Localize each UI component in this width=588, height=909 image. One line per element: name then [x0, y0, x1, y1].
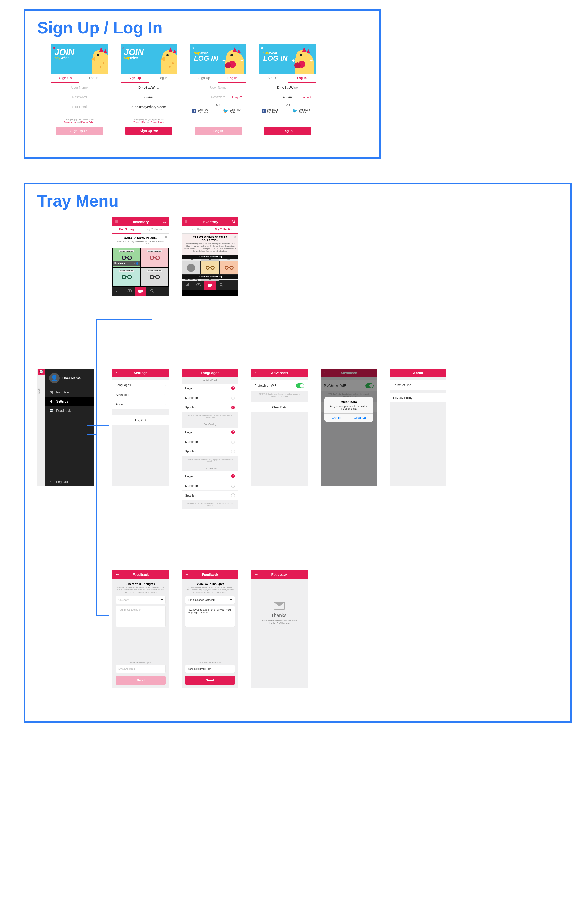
record-icon[interactable]: 💬: [38, 369, 45, 375]
row-advanced[interactable]: Advanced›: [112, 390, 169, 400]
clear-data-button[interactable]: Clear Data: [251, 402, 308, 412]
alert-cancel-button[interactable]: Cancel: [324, 414, 349, 422]
tab-for-gifting[interactable]: For Gifting: [182, 226, 210, 234]
tray-item-feedback[interactable]: 💬Feedback: [45, 406, 94, 415]
back-icon[interactable]: ←: [254, 572, 258, 577]
forgot-link[interactable]: Forgot?: [190, 96, 247, 99]
category-select[interactable]: Category: [116, 596, 166, 604]
login-twitter[interactable]: 🐦Log In with Twitter: [292, 108, 313, 114]
lang-spanish[interactable]: Spanish: [182, 491, 238, 500]
search-icon[interactable]: [162, 220, 166, 224]
nav-menu[interactable]: ☰: [227, 283, 238, 287]
back-icon[interactable]: ←: [254, 370, 258, 375]
signup-button[interactable]: Sign Up Yo!: [56, 126, 103, 135]
login-button[interactable]: Log In: [264, 126, 311, 135]
collection-slot-empty[interactable]: [182, 261, 200, 274]
tab-login[interactable]: Log In: [79, 74, 108, 82]
tab-signup[interactable]: Sign Up: [121, 74, 149, 83]
tab-signup[interactable]: Sign Up: [259, 74, 288, 82]
tab-login[interactable]: Log In: [288, 74, 316, 83]
username-field[interactable]: DinoSayWhat: [264, 83, 311, 92]
send-button[interactable]: Send: [185, 676, 235, 684]
row-prefetch[interactable]: Prefetch on WiFi: [251, 380, 308, 391]
lang-mandarin[interactable]: Mandarin: [182, 393, 238, 403]
tab-login[interactable]: Log In: [149, 74, 177, 82]
back-icon[interactable]: ←: [185, 572, 189, 577]
nav-leaderboard[interactable]: [182, 283, 193, 288]
pp-link[interactable]: Privacy Policy.: [151, 121, 165, 123]
row-terms-of-use[interactable]: Terms of Use: [390, 380, 446, 390]
tab-signup[interactable]: Sign Up: [190, 74, 218, 82]
forgot-link[interactable]: Forgot?: [259, 96, 316, 99]
lang-mandarin[interactable]: Mandarin: [182, 437, 238, 446]
close-icon[interactable]: ×: [165, 235, 167, 239]
nav-record[interactable]: [204, 281, 216, 290]
login-twitter[interactable]: 🐦Log In with Twitter: [223, 108, 244, 114]
row-about[interactable]: About›: [112, 400, 169, 409]
item-tile[interactable]: [Item Name Here]Nominate+👤: [113, 248, 141, 267]
back-icon[interactable]: ←: [393, 370, 397, 375]
nominate-button[interactable]: Nominate+👤: [113, 261, 141, 266]
login-facebook[interactable]: fLog In with Facebook: [192, 108, 216, 114]
close-icon[interactable]: ×: [261, 46, 263, 50]
lang-english[interactable]: English: [182, 427, 238, 437]
lang-english[interactable]: English: [182, 383, 238, 393]
collection-slot[interactable]: [201, 261, 220, 274]
tab-my-collection[interactable]: My Collection: [210, 226, 238, 234]
tab-for-gifting[interactable]: For Gifting: [112, 226, 141, 234]
close-icon[interactable]: ×: [234, 235, 236, 239]
tray-item-settings[interactable]: ⚙Settings: [45, 397, 94, 406]
toggle-on-icon[interactable]: [296, 383, 304, 388]
password-field[interactable]: Password: [56, 92, 103, 102]
username-field[interactable]: User Name: [195, 83, 242, 92]
menu-icon[interactable]: ☰: [115, 220, 120, 223]
lang-english[interactable]: English: [182, 471, 238, 481]
menu-icon[interactable]: ☰: [185, 220, 189, 223]
category-select[interactable]: [FPO] Chosen Category: [185, 596, 235, 604]
back-icon[interactable]: ←: [185, 370, 189, 375]
tab-signup[interactable]: Sign Up: [51, 74, 79, 83]
tray-item-logout[interactable]: ↪Log Out: [45, 477, 94, 486]
alert-confirm-button[interactable]: Clear Data: [349, 414, 373, 422]
nav-view[interactable]: [193, 283, 204, 287]
lang-spanish[interactable]: Spanish: [182, 403, 238, 412]
tos-link[interactable]: Terms of Use: [64, 121, 77, 123]
tab-my-collection[interactable]: My Collection: [141, 226, 169, 234]
row-languages[interactable]: Languages›: [112, 380, 169, 390]
lang-spanish[interactable]: Spanish: [182, 447, 238, 456]
collection-slot[interactable]: [220, 261, 238, 274]
nav-view[interactable]: [124, 289, 135, 293]
back-icon[interactable]: ←: [115, 572, 120, 577]
nav-menu[interactable]: ☰: [158, 290, 169, 293]
search-icon[interactable]: [232, 220, 236, 224]
pp-link[interactable]: Privacy Policy.: [81, 121, 95, 123]
tray-item-inventory[interactable]: ▣Inventory: [45, 388, 94, 397]
message-textarea[interactable]: Your message here|: [116, 606, 166, 627]
modal-overlay[interactable]: [321, 369, 377, 486]
item-tile[interactable]: [Item Name Here]: [113, 268, 141, 286]
email-input[interactable]: francois@gmail.com: [185, 665, 235, 673]
tos-link[interactable]: Terms of Use: [134, 121, 146, 123]
message-textarea[interactable]: I want you to add French as your next la…: [185, 606, 235, 627]
signup-button[interactable]: Sign Up Yo!: [125, 126, 173, 135]
back-icon[interactable]: ←: [115, 370, 120, 375]
close-icon[interactable]: ×: [191, 46, 194, 50]
send-button[interactable]: Send: [116, 676, 166, 684]
tray-user[interactable]: 👤 User Name: [45, 369, 94, 388]
nav-record[interactable]: [135, 287, 146, 296]
password-field[interactable]: ••••••••: [125, 92, 173, 102]
lang-mandarin[interactable]: Mandarin: [182, 481, 238, 490]
login-button[interactable]: Log In: [195, 126, 242, 135]
row-privacy-policy[interactable]: Privacy Policy: [390, 393, 446, 403]
email-field[interactable]: dino@saywhatyo.com: [121, 102, 177, 112]
username-field[interactable]: DinoSayWhat: [125, 83, 173, 92]
login-facebook[interactable]: fLog In with Facebook: [262, 108, 285, 114]
tab-login[interactable]: Log In: [218, 74, 247, 83]
nav-leaderboard[interactable]: [112, 289, 124, 294]
item-tile[interactable]: [Item Name Here]: [141, 268, 168, 286]
item-tile[interactable]: [Item Name Here]: [141, 248, 168, 267]
nav-search[interactable]: [146, 289, 158, 293]
nav-search[interactable]: [216, 283, 227, 287]
email-field[interactable]: Your Email: [51, 102, 108, 112]
username-field[interactable]: User Name: [56, 83, 103, 92]
